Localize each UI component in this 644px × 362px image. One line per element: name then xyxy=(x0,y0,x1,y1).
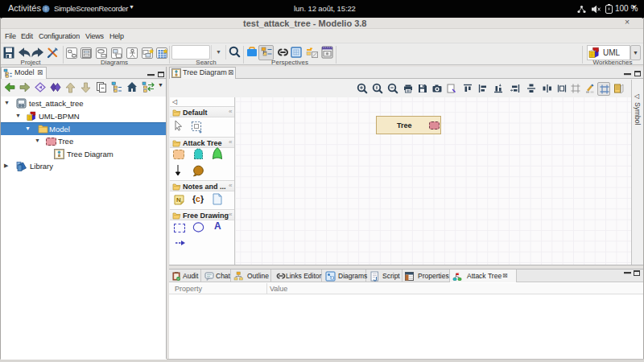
svg-text:N: N xyxy=(176,196,181,204)
